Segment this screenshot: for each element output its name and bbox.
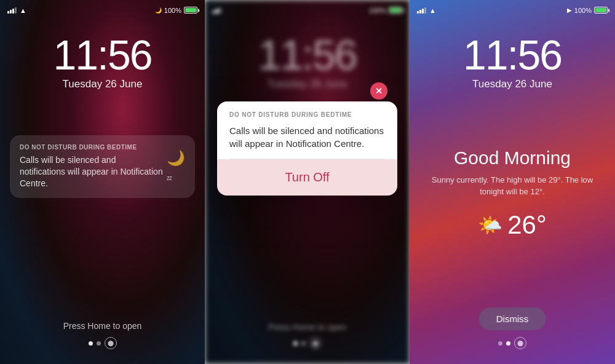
modal-close-button[interactable]: ✕	[370, 82, 387, 100]
dnd-header-1: DO NOT DISTURB DURING BEDTIME	[20, 144, 185, 151]
arrow-icon-3: ▶	[567, 7, 572, 14]
clock-time-2: 11:56	[205, 34, 410, 76]
dot-b2	[301, 341, 306, 346]
bar3-3	[422, 9, 424, 14]
dnd-body-1: Calls will be silenced and notifications…	[20, 154, 185, 189]
battery-fill-1	[185, 8, 196, 12]
dots-row-1: ⬤	[89, 337, 117, 349]
bar4-3	[424, 7, 426, 14]
status-bar-2: 100%	[205, 0, 410, 17]
clock-date-3: Tuesday 26 June	[410, 78, 615, 90]
status-left-2	[212, 7, 221, 14]
status-right-3: ▶ 100%	[567, 7, 608, 14]
dot-a3	[498, 341, 502, 346]
signal-bars-3	[417, 7, 426, 14]
dots-blurred: ⬤	[205, 337, 410, 349]
battery-fill-2	[390, 8, 401, 12]
screen-1: ▲ 🌙 100% 11:56 Tuesday 26 June DO NOT DI…	[0, 0, 205, 364]
modal-card: DO NOT DISTURB DURING BEDTIME Calls will…	[217, 101, 397, 196]
weather-description: Sunny currently. The high will be 29°. T…	[422, 175, 603, 198]
camera-icon-2: ⬤	[309, 337, 322, 349]
dot-1	[97, 341, 101, 346]
bottom-bar-1: Press Home to open ⬤	[0, 321, 205, 349]
bar3	[12, 9, 14, 14]
bar2	[10, 10, 12, 14]
bar3-2	[217, 9, 219, 14]
press-home-label: Press Home to open	[63, 321, 142, 331]
sun-icon: 🌤️	[478, 213, 502, 237]
battery-3	[594, 7, 608, 14]
status-bar-3: ▲ ▶ 100%	[410, 0, 615, 17]
wifi-icon-1: ▲	[20, 7, 26, 14]
moon-icon-1: 🌙	[155, 7, 162, 14]
clock-date-1: Tuesday 26 June	[0, 78, 205, 90]
temperature: 26°	[507, 210, 547, 240]
bar4	[15, 7, 17, 14]
bottom-blurred-2: Press Home to open ⬤	[205, 322, 410, 349]
dot-b3	[506, 341, 510, 346]
clock-time-1: 11:56	[0, 34, 205, 76]
good-morning-title: Good Morning	[422, 148, 603, 168]
battery-fill-3	[595, 8, 606, 12]
press-home-blurred: Press Home to open	[205, 322, 410, 332]
battery-text-1: 100%	[164, 7, 181, 14]
battery-2	[389, 7, 402, 14]
bar1	[7, 11, 9, 14]
status-right-1: 🌙 100%	[155, 7, 197, 14]
dots-row-3: ⬤	[498, 337, 526, 349]
camera-icon-1: ⬤	[105, 337, 117, 349]
bar2-3	[419, 10, 421, 14]
screen-2: 100% 11:56 Tuesday 26 June ✕ DO NOT DIST…	[205, 0, 410, 364]
dismiss-button[interactable]: Dismiss	[479, 307, 546, 330]
signal-bars-2	[212, 7, 221, 14]
battery-text-2: 100%	[369, 7, 386, 14]
modal-dnd-label: DO NOT DISTURB DURING BEDTIME	[229, 111, 385, 118]
status-right-2: 100%	[369, 7, 402, 14]
status-left-3: ▲	[417, 7, 436, 14]
signal-bars-1	[7, 7, 17, 14]
modal-top: DO NOT DISTURB DURING BEDTIME Calls will…	[217, 101, 397, 159]
bar2-2	[215, 10, 216, 14]
camera-icon-3: ⬤	[514, 337, 526, 349]
dnd-card-1: DO NOT DISTURB DURING BEDTIME Calls will…	[10, 135, 195, 198]
status-left-1: ▲	[7, 7, 26, 14]
bar4-2	[220, 7, 221, 14]
dnd-moon-icon-1: 🌙zz	[167, 149, 185, 184]
clock-container-3: 11:56 Tuesday 26 June	[410, 34, 615, 90]
bar1-2	[212, 11, 214, 14]
weather-row: 🌤️ 26°	[422, 210, 603, 240]
bar1-3	[417, 11, 419, 14]
screen-3: ▲ ▶ 100% 11:56 Tuesday 26 June Good Morn…	[410, 0, 615, 364]
clock-container-1: 11:56 Tuesday 26 June	[0, 34, 205, 90]
dot-active-1	[89, 341, 93, 346]
battery-1	[184, 7, 197, 14]
dot-a2	[293, 341, 298, 346]
clock-time-3: 11:56	[410, 34, 615, 76]
modal-body-text: Calls will be silenced and notifications…	[229, 124, 385, 150]
battery-text-3: 100%	[574, 7, 592, 14]
wifi-icon-3: ▲	[429, 7, 436, 14]
turn-off-button[interactable]: Turn Off	[217, 159, 397, 196]
good-morning-container: Good Morning Sunny currently. The high w…	[410, 148, 615, 240]
bottom-bar-3: ⬤	[410, 337, 615, 349]
status-bar-1: ▲ 🌙 100%	[0, 0, 205, 17]
